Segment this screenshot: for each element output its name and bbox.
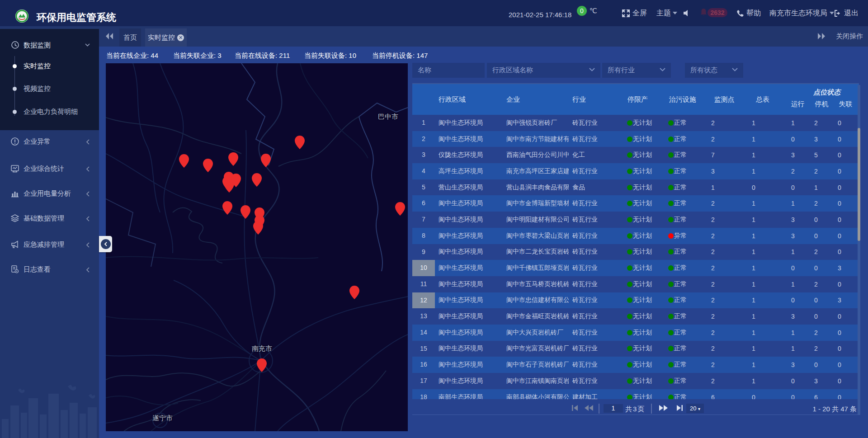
cell-plan: 无计划 — [624, 119, 665, 127]
tabs-scroll-left-icon[interactable] — [105, 33, 114, 40]
sidebar-subitem-0[interactable]: 实时监控 — [24, 62, 51, 71]
cell-facility: 正常 — [665, 296, 706, 304]
map-pin[interactable] — [261, 154, 269, 165]
next-page-icon[interactable] — [659, 405, 668, 411]
chevron-down-icon — [589, 68, 595, 71]
tabs-scroll-right-icon[interactable] — [817, 33, 826, 40]
table-row[interactable]: 7阆中生态环境局阆中明阳建材有限公司砖瓦行业无计划正常21300 — [412, 212, 859, 228]
first-page-icon[interactable] — [571, 405, 579, 411]
sidebar-subitem-2[interactable]: 企业电力负荷明细 — [24, 108, 78, 116]
map-pin[interactable] — [222, 201, 231, 212]
theme-caret-icon — [673, 12, 677, 14]
last-page-icon[interactable] — [676, 405, 683, 411]
tab-close-icon[interactable]: ✕ — [177, 34, 184, 41]
cell-region: 阆中生态环境局 — [435, 361, 503, 369]
chevron-down-icon — [732, 68, 738, 71]
mute-button[interactable] — [684, 0, 690, 26]
map-panel[interactable]: 巴中市南充市遂宁市 — [106, 63, 408, 431]
cell-stop: 2 — [808, 119, 834, 127]
org-menu[interactable]: 南充市生态环境局 — [769, 0, 834, 26]
sidebar-subitem-1[interactable]: 视频监控 — [24, 85, 51, 93]
region-filter-select[interactable]: 行政区域名称 — [487, 63, 600, 78]
sidebar-item-1[interactable]: 企业综合统计 — [0, 160, 99, 178]
sidebar-item-2[interactable]: 企业用电量分析 — [0, 185, 99, 203]
status-dot-icon — [668, 282, 674, 287]
notification-count-badge[interactable]: 2632 — [708, 8, 727, 17]
theme-menu[interactable]: 主题 — [656, 0, 677, 26]
speaker-icon — [684, 10, 690, 16]
map-pin[interactable] — [295, 136, 303, 147]
fullscreen-button[interactable]: 全屏 — [622, 0, 647, 26]
sidebar-item-5[interactable]: 日志查看 — [0, 261, 99, 279]
table-row[interactable]: 17阆中生态环境局阆中市江南镇阆南页岩砖瓦行业无计划正常21030 — [412, 373, 859, 389]
map-collapse-button[interactable] — [99, 236, 112, 252]
table-scrollbar-thumb[interactable] — [858, 128, 860, 241]
map-pin[interactable] — [253, 221, 261, 232]
cell-region: 南部生态环境局 — [435, 393, 503, 399]
cell-run: 0 — [783, 136, 808, 143]
table-row[interactable]: 11阆中生态环境局阆中市五马桥页岩机砖砖瓦行业无计划正常21120 — [412, 276, 859, 292]
cell-industry: 砖瓦行业 — [569, 167, 624, 175]
cell-facility: 异常 — [665, 232, 706, 240]
name-filter-input[interactable]: 名称 — [412, 63, 485, 78]
notification-bell-icon[interactable] — [701, 9, 707, 16]
status-filter-select[interactable]: 所有状态 — [685, 63, 743, 78]
cell-plan: 无计划 — [624, 280, 665, 288]
sidebar-item-0[interactable]: 企业异常 — [0, 133, 99, 151]
logout-button[interactable]: 退出 — [834, 0, 859, 26]
map-pin[interactable] — [179, 154, 187, 165]
table-row[interactable]: 1阆中生态环境局阆中强锐页岩砖厂砖瓦行业无计划正常21120 — [412, 115, 859, 131]
status-dot-icon — [627, 330, 632, 335]
help-button[interactable]: 帮助 — [737, 0, 761, 26]
map-pin[interactable] — [252, 173, 260, 184]
map-pin[interactable] — [349, 286, 358, 297]
map-pin[interactable] — [395, 202, 403, 213]
table-row[interactable]: 18南部生态环境局南部县砌体小河有限公建材加工无计划正常60060 — [412, 389, 859, 399]
table-row[interactable]: 5营山生态环境局营山县润丰肉食品有限食品无计划正常10010 — [412, 179, 859, 196]
cell-company: 西南油气田分公司川中 — [503, 151, 569, 159]
table-row[interactable]: 12阆中生态环境局阆中市忠信建材有限公砖瓦行业无计划正常21003 — [412, 292, 859, 309]
status-dot-icon — [668, 185, 674, 190]
stat-4: 当前停机设备: 147 — [372, 52, 428, 60]
cell-facility: 正常 — [665, 312, 706, 320]
sidebar-item-data-monitor[interactable]: 数据监测 — [0, 35, 99, 55]
table-row[interactable]: 10阆中生态环境局阆中千佛镇五郎垭页岩砖瓦行业无计划正常21003 — [412, 260, 859, 276]
table-row[interactable]: 15阆中生态环境局阆中市光富页岩机砖厂砖瓦行业无计划正常21120 — [412, 341, 859, 357]
cell-region: 阆中生态环境局 — [435, 199, 503, 207]
map-pin[interactable] — [224, 179, 232, 190]
cell-region: 仪陇生态环境局 — [435, 151, 503, 159]
status-dot-icon — [627, 362, 632, 367]
logout-icon — [834, 10, 841, 17]
cell-stop: 0 — [808, 264, 834, 272]
map-pin[interactable] — [241, 205, 249, 217]
table-row[interactable]: 14阆中生态环境局阆中大兴页岩机砖厂砖瓦行业无计划正常21120 — [412, 325, 859, 341]
cell-stop: 0 — [808, 313, 834, 320]
cell-region: 营山生态环境局 — [435, 184, 503, 192]
cell-stop: 2 — [808, 329, 834, 336]
map-pin[interactable] — [257, 358, 265, 370]
cell-stop: 5 — [808, 151, 834, 159]
table-row[interactable]: 8阆中生态环境局阆中市枣碧大梁山页岩砖瓦行业无计划异常21300 — [412, 228, 859, 244]
table-row[interactable]: 3仪陇生态环境局西南油气田分公司川中化工无计划正常71350 — [412, 147, 859, 163]
table-row[interactable]: 13阆中生态环境局阆中市金福旺页岩机砖砖瓦行业无计划正常21300 — [412, 308, 859, 325]
cell-industry: 砖瓦行业 — [569, 312, 624, 320]
industry-filter-select[interactable]: 所有行业 — [602, 63, 671, 78]
prev-page-icon[interactable] — [585, 405, 593, 411]
map-pin[interactable] — [203, 159, 211, 170]
sidebar-item-4[interactable]: 应急减排管理 — [0, 236, 99, 254]
tab-home[interactable]: 首页 — [119, 28, 141, 47]
table-row[interactable]: 6阆中生态环境局阆中市金博瑞新型墙材砖瓦行业无计划正常21120 — [412, 195, 859, 212]
table-row[interactable]: 2阆中生态环境局阆中市南方节能建材有砖瓦行业无计划正常21030 — [412, 131, 859, 147]
page-size-select[interactable]: 20 ▾ — [686, 404, 704, 413]
cell-region: 高坪生态环境局 — [435, 167, 503, 175]
cell-region: 阆中生态环境局 — [435, 232, 503, 240]
sidebar-item-3[interactable]: 基础数据管理 — [0, 210, 99, 228]
table-scrollbar[interactable] — [858, 85, 860, 415]
table-row[interactable]: 4高坪生态环境局南充市高坪区王家店建砖瓦行业无计划正常31220 — [412, 163, 859, 179]
map-pin[interactable] — [228, 152, 236, 164]
tab-realtime-monitor[interactable]: 实时监控 ✕ — [145, 28, 187, 47]
table-row[interactable]: 9阆中生态环境局阆中市二龙长宝页岩砖砖瓦行业无计划正常21120 — [412, 244, 859, 260]
page-number-input[interactable]: 1 — [604, 404, 623, 413]
close-operations-button[interactable]: 关闭操作 — [836, 32, 863, 41]
table-row[interactable]: 16阆中生态环境局阆中市石子页岩机砖厂砖瓦行业无计划正常21300 — [412, 357, 859, 373]
